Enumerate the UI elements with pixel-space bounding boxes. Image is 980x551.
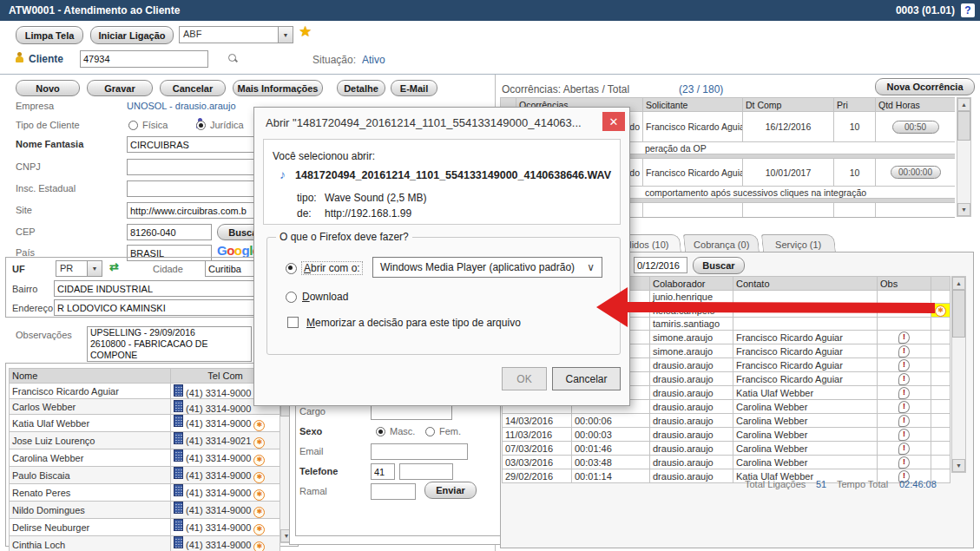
phone-keypad-icon [174, 519, 183, 531]
occurrences-scrollbar[interactable]: ▲ ▼ [957, 97, 971, 217]
contact-row[interactable]: Carlos Webber (41) 3314-9000 [10, 399, 280, 415]
player-select[interactable]: Windows Media Player (aplicativo padrão)… [372, 257, 602, 278]
obs-balloon-icon[interactable]: ! [898, 373, 910, 385]
favorite-star-icon[interactable]: ★ [299, 23, 312, 41]
occ-header-qtdhoras[interactable]: Qtd Horas [876, 98, 956, 112]
scroll-down-icon[interactable]: ▼ [957, 203, 970, 216]
contact-row[interactable]: Nildo Domingues (41) 3314-9000 ✱ [10, 502, 280, 519]
calls-date-input[interactable] [634, 257, 687, 273]
masc-radio[interactable] [376, 427, 385, 436]
recording-icon[interactable]: ✱ [253, 524, 265, 535]
juridica-label: Jurídica [210, 120, 244, 130]
start-call-button[interactable]: Iniciar Ligação [90, 26, 174, 44]
open-with-radio[interactable] [286, 263, 297, 274]
recording-icon[interactable]: ✱ [253, 507, 265, 518]
open-with-label[interactable]: Abrir com o: [302, 262, 362, 274]
scroll-down-icon[interactable]: ▼ [952, 459, 965, 472]
cancel-button[interactable]: Cancelar [160, 80, 226, 96]
remember-checkbox[interactable] [287, 317, 299, 328]
occ-header-solicitante[interactable]: Solicitante [643, 98, 743, 112]
scrollbar-thumb[interactable] [957, 111, 970, 141]
calls-header-contato[interactable]: Contato [733, 277, 878, 291]
phone-keypad-icon [174, 449, 183, 462]
obs-balloon-icon[interactable]: ! [898, 456, 910, 469]
contact-row[interactable]: Katia Ulaf Webber (41) 3314-9000 ✱ [10, 415, 280, 432]
obs-balloon-icon[interactable]: ! [898, 415, 910, 427]
close-icon[interactable]: ✕ [602, 112, 625, 131]
call-row[interactable]: 03/03/201600:03:48drausio.araujoCarolina… [503, 456, 950, 469]
obs-balloon-icon[interactable]: ! [898, 359, 910, 371]
contact-row[interactable]: Renato Peres (41) 3314-9000 ✱ [10, 484, 280, 502]
obs-balloon-icon[interactable]: ! [898, 401, 910, 413]
calls-header-extra[interactable] [931, 277, 950, 291]
uf-select[interactable]: PR ▼ [56, 260, 102, 277]
client-code-input[interactable] [80, 50, 208, 68]
recording-icon[interactable]: ✱ [253, 489, 265, 501]
scrollbar-thumb[interactable] [952, 290, 965, 338]
contact-row[interactable]: Carolina Webber (41) 3314-9000 ✱ [10, 449, 280, 467]
occ-header-pri[interactable]: Pri [834, 98, 876, 112]
calls-search-button[interactable]: Buscar [693, 257, 745, 274]
telefone-input[interactable] [399, 463, 453, 480]
obs-balloon-icon[interactable]: ! [898, 345, 910, 357]
calls-header-colaborador[interactable]: Colaborador [650, 277, 733, 291]
contact-row[interactable]: Cinthia Loch (41) 3314-9000 ✱ [10, 536, 280, 551]
obs-balloon-icon[interactable]: ! [898, 443, 910, 455]
ddd-input[interactable] [371, 463, 395, 480]
obs-balloon-icon[interactable]: ! [898, 429, 910, 441]
send-button[interactable]: Enviar [424, 482, 477, 499]
queue-select[interactable]: ABF ▼ [179, 26, 293, 43]
ramal-input[interactable] [371, 483, 416, 500]
save-button[interactable]: Gravar [87, 80, 153, 96]
tab-cobranca[interactable]: Cobrança (0) [683, 234, 760, 253]
call-row[interactable]: 07/03/201600:01:46drausio.araujoCarolina… [503, 442, 950, 456]
obs-balloon-icon[interactable]: ! [898, 387, 910, 399]
email-button[interactable]: E-Mail [391, 80, 437, 96]
clear-screen-button[interactable]: Limpa Tela [16, 26, 83, 44]
refresh-icon[interactable]: ⇄ [109, 260, 119, 273]
obs-balloon-icon[interactable]: ! [898, 331, 910, 344]
hours-button[interactable]: 00:50 [892, 121, 939, 134]
recording-icon[interactable]: ✱ [253, 455, 265, 466]
contact-row[interactable]: Jose Luiz Lourenço (41) 3314-9021 ✱ [10, 432, 280, 449]
more-info-button[interactable]: Mais Informações [233, 80, 323, 96]
contacts-header-nome[interactable]: Nome [10, 369, 171, 384]
call-row[interactable]: 11/03/201600:00:03drausio.araujoCarolina… [503, 428, 950, 442]
new-occurrence-button[interactable]: Nova Ocorrência [875, 78, 975, 95]
hours-button[interactable]: 00:00:00 [891, 166, 941, 179]
calls-scrollbar[interactable]: ▲ ▼ [951, 276, 966, 473]
uf-label: UF [12, 264, 25, 274]
contact-row[interactable]: Francisco Ricardo Aguiar (41) 3314-9000 [10, 384, 280, 399]
download-label[interactable]: Download [302, 291, 348, 303]
tab-servico[interactable]: Serviço (1) [761, 234, 836, 253]
chevron-down-icon[interactable]: ▼ [278, 27, 293, 43]
juridica-radio[interactable] [196, 121, 206, 130]
search-icon[interactable] [227, 53, 238, 63]
help-icon[interactable]: ? [961, 3, 975, 17]
calls-header-obs[interactable]: Obs [878, 277, 931, 291]
call-row[interactable]: 14/03/201600:00:06drausio.araujoCarolina… [503, 414, 950, 428]
detail-button[interactable]: Detalhe [337, 80, 385, 96]
scroll-up-icon[interactable]: ▲ [957, 98, 970, 111]
observacoes-textarea[interactable]: UPSELLING - 29/09/2016 2610800 - FABRICA… [87, 326, 252, 362]
remember-label[interactable]: Memorizar a decisão para este tipo de ar… [306, 317, 521, 329]
fisica-radio[interactable] [128, 121, 138, 130]
chevron-down-icon[interactable]: ∨ [587, 261, 595, 273]
recording-icon[interactable]: ✱ [253, 541, 265, 551]
chevron-down-icon[interactable]: ▼ [87, 261, 102, 276]
occ-header-dtcomp[interactable]: Dt Comp [743, 98, 834, 112]
recording-icon[interactable]: ✱ [253, 420, 265, 431]
dialog-cancel-button[interactable]: Cancelar [552, 367, 621, 390]
download-radio[interactable] [286, 292, 297, 303]
new-button[interactable]: Novo [16, 80, 80, 96]
scroll-up-icon[interactable]: ▲ [952, 277, 965, 290]
contact-row[interactable]: Paulo Biscaia (41) 3314-9000 ✱ [10, 467, 280, 484]
fem-radio[interactable] [425, 427, 435, 436]
recording-icon[interactable]: ✱ [935, 305, 946, 317]
recording-icon[interactable]: ✱ [253, 472, 265, 483]
contact-email-input[interactable] [371, 443, 468, 460]
ok-button[interactable]: OK [502, 367, 547, 390]
cep-input[interactable] [127, 224, 212, 240]
recording-icon[interactable]: ✱ [253, 437, 265, 449]
contact-row[interactable]: Delirse Neuburger (41) 3314-9000 ✱ [10, 519, 280, 536]
